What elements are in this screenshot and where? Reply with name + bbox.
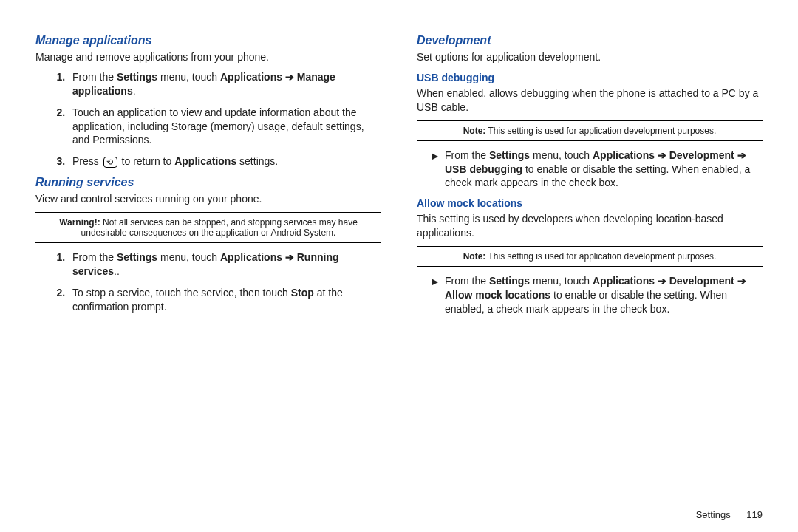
usb-note-box: Note: This setting is used for applicati… xyxy=(417,120,763,141)
stop-label: Stop xyxy=(291,287,314,299)
settings-label: Settings xyxy=(117,251,157,263)
note-label: Note: xyxy=(463,126,486,136)
text: menu, touch xyxy=(157,71,220,83)
manage-step-1: From the Settings menu, touch Applicatio… xyxy=(68,70,381,98)
warning-label: Warning!: xyxy=(59,217,100,228)
settings-label: Settings xyxy=(117,71,157,83)
text: From the xyxy=(72,251,117,263)
mock-instruction-text: From the Settings menu, touch Applicatio… xyxy=(445,274,763,316)
usb-intro: When enabled, allows debugging when the … xyxy=(417,86,763,115)
heading-running-services: Running services xyxy=(35,176,381,189)
settings-label: Settings xyxy=(489,149,530,161)
manage-steps: From the Settings menu, touch Applicatio… xyxy=(35,70,381,168)
mock-intro: This setting is used by developers when … xyxy=(417,212,763,240)
warning-box: Warning!: Not all services can be stoppe… xyxy=(35,212,381,243)
running-step-1: From the Settings menu, touch Applicatio… xyxy=(68,250,381,279)
warning-text: Not all services can be stopped, and sto… xyxy=(81,217,358,238)
running-step-2: To stop a service, touch the service, th… xyxy=(68,286,381,314)
heading-development: Development xyxy=(417,34,763,47)
note-text: This setting is used for application dev… xyxy=(485,251,716,262)
heading-usb-debugging: USB debugging xyxy=(417,72,763,83)
settings-label: Settings xyxy=(489,275,530,287)
note-text: This setting is used for application dev… xyxy=(485,126,716,136)
text: From the xyxy=(72,71,117,83)
page-footer: Settings 119 xyxy=(696,509,763,520)
text: From the xyxy=(445,275,489,287)
heading-manage-applications: Manage applications xyxy=(35,34,381,47)
text: to return to xyxy=(119,155,174,167)
manual-page: Manage applications Manage and remove ap… xyxy=(0,0,798,338)
text: settings. xyxy=(236,155,278,167)
right-column: Development Set options for application … xyxy=(417,30,763,324)
return-icon: ⟲ xyxy=(103,157,117,168)
running-intro: View and control services running on you… xyxy=(35,192,381,206)
manage-intro: Manage and remove applications from your… xyxy=(35,50,381,64)
text: menu, touch xyxy=(530,275,593,287)
mock-instruction: ▶ From the Settings menu, touch Applicat… xyxy=(432,274,763,316)
left-column: Manage applications Manage and remove ap… xyxy=(35,30,381,324)
footer-page-number: 119 xyxy=(746,509,763,520)
manage-step-3: Press ⟲ to return to Applications settin… xyxy=(68,154,381,168)
triangle-bullet-icon: ▶ xyxy=(432,149,445,191)
running-steps: From the Settings menu, touch Applicatio… xyxy=(35,250,381,314)
text: Press xyxy=(72,155,102,167)
text: From the xyxy=(445,149,489,161)
usb-instruction-text: From the Settings menu, touch Applicatio… xyxy=(445,149,763,191)
note-label: Note: xyxy=(463,251,486,262)
text: . xyxy=(133,85,136,97)
footer-section: Settings xyxy=(696,509,731,520)
text: .. xyxy=(114,265,120,277)
triangle-bullet-icon: ▶ xyxy=(432,274,445,316)
applications-label: Applications xyxy=(174,155,236,167)
text: menu, touch xyxy=(530,149,593,161)
development-intro: Set options for application development. xyxy=(417,50,763,64)
text: To stop a service, touch the service, th… xyxy=(72,287,291,299)
mock-note-box: Note: This setting is used for applicati… xyxy=(417,246,763,267)
usb-instruction: ▶ From the Settings menu, touch Applicat… xyxy=(432,149,763,191)
manage-step-2: Touch an application to view and update … xyxy=(68,106,381,148)
heading-allow-mock-locations: Allow mock locations xyxy=(417,197,763,209)
text: menu, touch xyxy=(157,251,220,263)
